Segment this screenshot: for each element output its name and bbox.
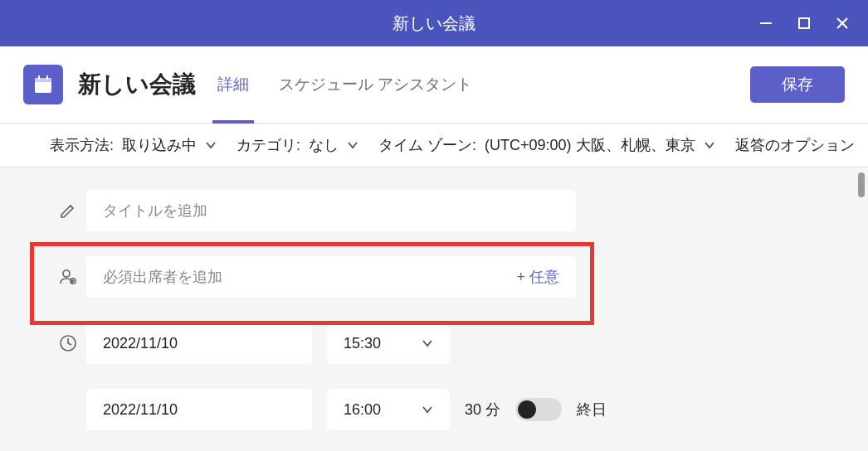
end-date-input[interactable]: 2022/11/10 <box>86 389 312 430</box>
chevron-down-icon <box>205 139 217 151</box>
calendar-icon <box>23 65 63 104</box>
end-time-value: 16:00 <box>344 401 381 419</box>
title-row: タイトルを追加 <box>50 187 818 234</box>
maximize-icon[interactable] <box>797 16 812 31</box>
chevron-down-icon <box>422 404 433 415</box>
show-as-dropdown[interactable]: 表示方法: 取り込み中 <box>50 135 217 155</box>
show-as-label: 表示方法: <box>50 135 114 155</box>
response-options-dropdown[interactable]: 返答のオプション <box>735 135 855 155</box>
minimize-icon[interactable] <box>758 16 773 31</box>
allday-toggle[interactable] <box>515 398 562 421</box>
scrollbar[interactable] <box>858 167 868 451</box>
end-date-value: 2022/11/10 <box>103 401 178 419</box>
svg-rect-6 <box>38 75 40 80</box>
header: 新しい会議 詳細 スケジュール アシスタント 保存 <box>0 46 868 123</box>
clock-icon <box>50 333 86 353</box>
titlebar-text: 新しい会議 <box>393 12 475 35</box>
close-icon[interactable] <box>835 16 850 31</box>
attendee-placeholder: 必須出席者を追加 <box>103 267 222 287</box>
attendee-input[interactable]: 必須出席者を追加 + 任意 <box>86 256 576 298</box>
attendee-row: 必須出席者を追加 + 任意 <box>50 254 818 300</box>
chevron-down-icon <box>704 139 715 151</box>
timezone-label: タイム ゾーン: <box>378 135 476 155</box>
titlebar: 新しい会議 <box>0 0 868 46</box>
duration-text: 30 分 <box>465 400 500 419</box>
start-datetime-row: 2022/11/10 15:30 <box>50 320 818 366</box>
end-datetime-group: 2022/11/10 16:00 30 分 終日 <box>86 389 607 430</box>
allday-label: 終日 <box>577 400 607 419</box>
timezone-dropdown[interactable]: タイム ゾーン: (UTC+09:00) 大阪、札幌、東京 <box>378 135 715 155</box>
svg-rect-7 <box>46 75 48 80</box>
title-placeholder: タイトルを追加 <box>103 201 207 221</box>
window-controls <box>758 0 868 46</box>
start-time-input[interactable]: 15:30 <box>327 322 450 364</box>
start-datetime-group: 2022/11/10 15:30 <box>86 322 450 364</box>
pencil-icon <box>50 201 86 221</box>
start-time-value: 15:30 <box>344 335 381 352</box>
content: タイトルを追加 必須出席者を追加 + 任意 2022/11/10 15:30 <box>0 167 868 451</box>
tab-detail[interactable]: 詳細 <box>212 67 254 102</box>
response-options-label: 返答のオプション <box>735 135 855 155</box>
tab-schedule-assistant[interactable]: スケジュール アシスタント <box>274 67 477 102</box>
start-date-value: 2022/11/10 <box>103 335 178 352</box>
svg-point-8 <box>63 270 70 277</box>
title-input[interactable]: タイトルを追加 <box>86 190 576 231</box>
category-value: なし <box>309 135 339 155</box>
people-icon <box>50 267 86 287</box>
show-as-value: 取り込み中 <box>122 135 197 155</box>
scrollbar-thumb[interactable] <box>858 172 865 197</box>
timezone-value: (UTC+09:00) 大阪、札幌、東京 <box>485 135 695 155</box>
category-dropdown[interactable]: カテゴリ: なし <box>237 135 358 155</box>
end-time-input[interactable]: 16:00 <box>327 389 450 430</box>
svg-rect-5 <box>35 78 51 82</box>
start-date-input[interactable]: 2022/11/10 <box>86 322 312 364</box>
page-title: 新しい会議 <box>78 69 196 100</box>
chevron-down-icon <box>422 337 433 349</box>
svg-rect-1 <box>799 18 809 28</box>
optional-attendee-link[interactable]: + 任意 <box>516 267 559 287</box>
end-datetime-row: 2022/11/10 16:00 30 分 終日 <box>50 386 818 433</box>
category-label: カテゴリ: <box>237 135 300 155</box>
option-bar: 表示方法: 取り込み中 カテゴリ: なし タイム ゾーン: (UTC+09:00… <box>0 123 868 167</box>
chevron-down-icon <box>347 139 358 151</box>
save-button[interactable]: 保存 <box>750 66 845 103</box>
